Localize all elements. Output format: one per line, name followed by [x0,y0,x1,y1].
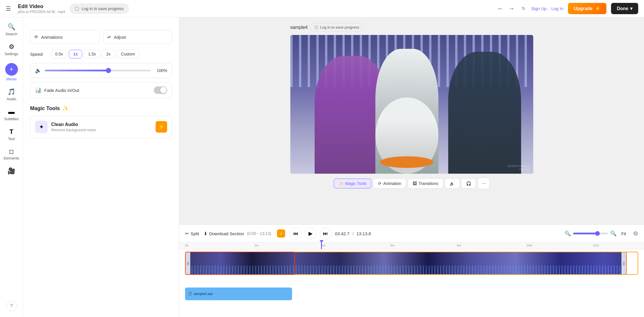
animation-button[interactable]: ⟳ Animation [373,179,406,188]
done-label: Done [617,6,628,11]
audio-track[interactable]: 🎵 sample4.aac [185,288,292,300]
transitions-strip-label: Transitions [418,181,438,186]
fade-label: Fade Audio In/Out [44,88,154,93]
sidebar-item-label: Audio [7,97,16,101]
sidebar-item-elements[interactable]: ◻ Elements [1,145,22,163]
track-handle-left[interactable]: || [186,252,190,274]
playback-controls: ⏮ ▶ ⏭ 03:42.7 / 13:13.8 [290,228,371,239]
ruler-mark-10m: 10m [526,244,532,247]
speed-2x[interactable]: 2x [102,50,115,58]
sidebar-item-label: Media [6,77,16,81]
sidebar-item-settings[interactable]: ⚙ Settings [1,40,22,59]
fade-toggle[interactable] [154,86,167,94]
canvas-save-button[interactable]: Log in to save progress [310,23,363,31]
sidebar-item-label: Text [8,137,15,141]
done-chevron: ▾ [630,6,632,11]
watermark: ENTERTAINMENTFREEZE [508,165,530,171]
adjust-button[interactable]: ⇌ Adjust [103,30,172,44]
auth-separator: · [548,6,549,11]
timeline-controls-row: ✂ Split ⬇ Download Section (0:00 - 13:13… [179,225,644,242]
speed-1x[interactable]: 1x [69,50,82,58]
refresh-button[interactable]: ↻ [521,5,527,12]
help-button[interactable]: ? [6,301,17,311]
done-button[interactable]: Done ▾ [611,3,638,14]
media-icon: + [5,63,18,76]
signup-link[interactable]: Sign Up [531,6,547,11]
playhead[interactable] [321,242,322,249]
rewind-button[interactable]: ⏮ [290,228,301,239]
sidebar-item-label: Subtitles [4,117,19,121]
animation-strip-icon: ⟳ [378,181,381,186]
magic-tools-button[interactable]: ✨ Magic Tools [334,179,372,188]
tool-buttons-row: ⟳ Animations ⇌ Adjust [30,30,172,44]
sidebar-item-label: Settings [5,52,18,56]
play-button[interactable]: ▶ [305,228,316,239]
sidebar-item-media[interactable]: + Media [1,60,22,84]
toggle-thumb [160,87,167,93]
audio-icon: 🎵 [8,88,15,96]
headphone-strip-button[interactable]: 🎧 [461,179,476,188]
transitions-button[interactable]: 🖼 Transitions [408,179,443,188]
ruler-mark-2m: 2m [254,244,259,247]
clean-audio-text: Clean Audio Remove background noise [51,122,152,132]
ruler-mark-0: 0s [185,244,189,247]
speed-row: Speed 0.5x 1x 1.5x 2x Custom [30,50,172,58]
speed-custom[interactable]: Custom [117,50,139,58]
save-progress-button[interactable]: Log in to save progress [70,4,129,14]
animations-button[interactable]: ⟳ Animations [30,30,99,44]
magic-sparkle-icon: ✨ [62,105,69,112]
volume-thumb[interactable] [106,68,111,73]
magic-tools-section: Magic Tools ✨ ✦ Clean Audio Remove backg… [30,105,172,138]
audio-icon: 🎵 [188,292,192,296]
volume-strip-button[interactable]: 🔈 [445,179,460,188]
ruler-mark-8m: 8m [457,244,461,247]
canvas-top: sample4 Log in to save progress [179,17,644,225]
clean-audio-upgrade-button[interactable]: ⚡ [156,121,167,133]
download-icon: ⬇ [204,231,207,236]
speed-0.5x[interactable]: 0.5x [51,50,67,58]
track-handle-right[interactable]: || [621,252,626,274]
undo-button[interactable]: ← [496,4,505,14]
zoom-out-button[interactable]: 🔍 [564,230,571,237]
magic-title: Magic Tools ✨ [30,105,172,112]
redo-button[interactable]: → [507,4,516,14]
hamburger-menu[interactable]: ☰ [6,5,11,12]
file-subtitle: yt5s.io-FROZEN All M...mp4 [18,10,65,14]
frozen-scene: ENTERTAINMENTFREEZE [290,35,533,174]
video-track[interactable]: || || [185,252,627,275]
zoom-slider[interactable] [573,233,608,234]
current-time: 03:42.7 / 13:13.8 [335,231,371,236]
volume-row: 🔈 100% [30,63,172,78]
fade-row: 📊 Fade Audio In/Out [30,82,172,98]
sidebar-item-audio[interactable]: 🎵 Audio [1,85,22,104]
fast-forward-button[interactable]: ⏭ [320,228,331,239]
audio-track-label: 🎵 sample4.aac [188,292,213,296]
upgrade-button[interactable]: Upgrade ⚡ [568,3,606,14]
sidebar-item-camera[interactable]: 🎥 [1,164,22,178]
timeline-upgrade-button[interactable]: ⚡ [277,229,285,238]
clean-audio-title: Clean Audio [51,122,152,127]
transitions-strip-icon: 🖼 [413,181,417,186]
more-options-button[interactable]: ··· [478,178,490,189]
split-button[interactable]: ✂ Split [185,231,199,236]
edit-panel: ⟳ Animations ⇌ Adjust Speed 0.5x 1x 1.5x… [23,17,179,317]
speed-options: 0.5x 1x 1.5x 2x Custom [51,50,139,58]
volume-fill [45,70,108,71]
download-section-button[interactable]: ⬇ Download Section (0:00 - 13:13) [204,231,271,236]
fit-button[interactable]: Fit [619,230,628,237]
speed-label: Speed [30,52,47,57]
volume-slider[interactable] [45,70,151,71]
sidebar-item-subtitles[interactable]: ▬ Subtitles [1,105,22,124]
settings-icon: ⚙ [9,43,14,51]
sidebar-item-search[interactable]: 🔍 Search [1,20,22,39]
search-icon: 🔍 [8,23,15,31]
animation-strip-label: Animation [383,181,401,186]
zoom-controls: 🔍 🔍 Fit [564,230,628,237]
adjust-icon: ⇌ [107,34,111,40]
ruler-mark-6m: 6m [390,244,395,247]
zoom-in-button[interactable]: 🔍 [610,230,617,237]
timeline-settings-button[interactable]: ⚙ [633,230,638,237]
sidebar-item-text[interactable]: T Text [1,125,22,144]
speed-1.5x[interactable]: 1.5x [84,50,100,58]
login-link[interactable]: Log In [551,6,563,11]
